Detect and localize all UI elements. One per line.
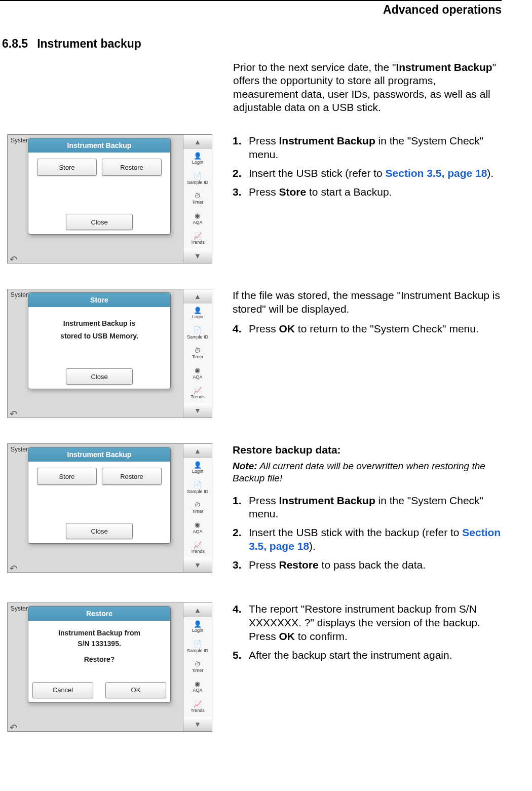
back-icon: ↶ bbox=[10, 563, 17, 573]
restore-step-3: Press Restore to pass back the data. bbox=[249, 558, 501, 572]
sidebar-item-sample-id[interactable]: 📄Sample ID bbox=[187, 481, 208, 494]
ok-button[interactable]: OK bbox=[105, 682, 166, 698]
restore-button[interactable]: Restore bbox=[102, 159, 162, 176]
user-icon: 👤 bbox=[192, 621, 203, 628]
close-button[interactable]: Close bbox=[66, 523, 133, 539]
dialog-title: Instrument Backup bbox=[28, 447, 170, 462]
restore-step-5: After the backup start the instrument ag… bbox=[249, 649, 501, 662]
intro-paragraph: Prior to the next service date, the "Ins… bbox=[233, 61, 502, 114]
screenshot-stored-message: System Checks ↶ Store Instrument Backup … bbox=[7, 289, 212, 418]
chart-icon: 📈 bbox=[191, 387, 205, 394]
sidebar-item-login[interactable]: 👤Login bbox=[192, 153, 203, 165]
circle-icon: ◉ bbox=[193, 681, 202, 688]
document-icon: 📄 bbox=[187, 327, 208, 334]
timer-icon: ⏱ bbox=[192, 661, 204, 668]
restore-button[interactable]: Restore bbox=[102, 468, 162, 485]
restore-msg-line-1: Instrument Backup from bbox=[32, 628, 166, 638]
restore-step-2: Insert the USB stick with the backup (re… bbox=[249, 526, 501, 553]
screenshot-backup-menu-restore: System Checks ↶ Instrument Backup Store … bbox=[7, 443, 212, 573]
scroll-up-icon[interactable]: ▲ bbox=[183, 135, 212, 149]
sidebar-item-aqa[interactable]: ◉AQA bbox=[193, 681, 202, 693]
sidebar-item-sample-id[interactable]: 📄Sample ID bbox=[187, 327, 208, 340]
sidebar-item-timer[interactable]: ⏱Timer bbox=[192, 661, 204, 673]
sidebar-item-timer[interactable]: ⏱Timer bbox=[192, 193, 204, 205]
sidebar-item-sample-id[interactable]: 📄Sample ID bbox=[187, 172, 208, 185]
sidebar-item-login[interactable]: 👤Login bbox=[192, 307, 203, 320]
link-section-3-5[interactable]: Section 3.5, page 18 bbox=[386, 167, 487, 179]
back-icon: ↶ bbox=[10, 254, 17, 263]
restore-note: Note: All current data will be overwritt… bbox=[233, 460, 501, 485]
message-line-1: Instrument Backup is bbox=[32, 317, 166, 330]
scroll-down-icon[interactable]: ▼ bbox=[183, 558, 212, 572]
sidebar-item-trends[interactable]: 📈Trends bbox=[191, 701, 205, 713]
sidebar: ▲ 👤Login 📄Sample ID ⏱Timer ◉AQA 📈Trends … bbox=[183, 603, 212, 731]
store-button[interactable]: Store bbox=[37, 468, 97, 485]
user-icon: 👤 bbox=[192, 462, 203, 469]
circle-icon: ◉ bbox=[193, 521, 202, 529]
scroll-up-icon[interactable]: ▲ bbox=[183, 444, 212, 458]
page-header: Advanced operations bbox=[0, 1, 502, 22]
stored-paragraph: If the file was stored, the message "Ins… bbox=[233, 289, 501, 316]
store-button[interactable]: Store bbox=[37, 159, 97, 176]
section-title: Instrument backup bbox=[37, 37, 141, 51]
user-icon: 👤 bbox=[192, 153, 203, 160]
step-4: Press OK to return to the "System Check"… bbox=[249, 322, 501, 336]
scroll-down-icon[interactable]: ▼ bbox=[183, 403, 212, 418]
sidebar-item-aqa[interactable]: ◉AQA bbox=[193, 212, 202, 225]
sidebar: ▲ 👤Login 📄Sample ID ⏱Timer ◉AQA 📈Trends … bbox=[183, 289, 212, 418]
section-number: 6.8.5 bbox=[2, 37, 28, 51]
close-button[interactable]: Close bbox=[66, 368, 133, 385]
section-heading: 6.8.5 Instrument backup bbox=[0, 37, 502, 51]
restore-heading: Restore backup data: bbox=[233, 443, 501, 457]
sidebar-item-trends[interactable]: 📈Trends bbox=[191, 542, 205, 554]
step-2: Insert the USB stick (refer to Section 3… bbox=[249, 167, 501, 180]
step-3: Press Store to start a Backup. bbox=[249, 185, 501, 199]
sidebar-item-timer[interactable]: ⏱Timer bbox=[192, 347, 204, 360]
screenshot-restore-confirm: System Checks ↶ Restore Instrument Backu… bbox=[7, 602, 212, 732]
screenshot-backup-menu: System Checks ↶ Instrument Backup Store … bbox=[7, 134, 212, 263]
circle-icon: ◉ bbox=[193, 367, 202, 374]
restore-msg-line-2: S/N 1331395. bbox=[32, 638, 166, 649]
sidebar-item-aqa[interactable]: ◉AQA bbox=[193, 521, 202, 534]
circle-icon: ◉ bbox=[193, 212, 202, 219]
sidebar-item-aqa[interactable]: ◉AQA bbox=[193, 367, 202, 380]
message-line-2: stored to USB Memory. bbox=[32, 330, 166, 343]
chart-icon: 📈 bbox=[191, 233, 205, 240]
timer-icon: ⏱ bbox=[192, 502, 204, 509]
document-icon: 📄 bbox=[187, 641, 208, 648]
timer-icon: ⏱ bbox=[192, 193, 204, 200]
dialog-title: Restore bbox=[28, 607, 170, 621]
scroll-down-icon[interactable]: ▼ bbox=[183, 717, 212, 731]
restore-msg-line-3: Restore? bbox=[32, 654, 166, 665]
scroll-up-icon[interactable]: ▲ bbox=[183, 603, 212, 617]
sidebar: ▲ 👤Login 📄Sample ID ⏱Timer ◉AQA 📈Trends … bbox=[183, 444, 212, 572]
restore-step-1: Press Instrument Backup in the "System C… bbox=[249, 494, 501, 521]
sidebar-item-trends[interactable]: 📈Trends bbox=[191, 387, 205, 400]
document-icon: 📄 bbox=[187, 172, 208, 179]
user-icon: 👤 bbox=[192, 307, 203, 314]
restore-step-4: The report "Restore instrument backup fr… bbox=[249, 602, 501, 644]
chart-icon: 📈 bbox=[191, 701, 205, 708]
sidebar-item-login[interactable]: 👤Login bbox=[192, 621, 203, 633]
dialog-title: Store bbox=[28, 293, 170, 307]
back-icon: ↶ bbox=[10, 408, 17, 418]
document-icon: 📄 bbox=[187, 481, 208, 488]
cancel-button[interactable]: Cancel bbox=[32, 682, 93, 698]
sidebar-item-login[interactable]: 👤Login bbox=[192, 462, 203, 474]
step-1: Press Instrument Backup in the "System C… bbox=[249, 134, 501, 162]
sidebar-item-sample-id[interactable]: 📄Sample ID bbox=[187, 641, 208, 653]
scroll-up-icon[interactable]: ▲ bbox=[183, 289, 212, 304]
chart-icon: 📈 bbox=[191, 542, 205, 549]
sidebar-item-trends[interactable]: 📈Trends bbox=[191, 233, 205, 245]
scroll-down-icon[interactable]: ▼ bbox=[183, 249, 212, 263]
sidebar-item-timer[interactable]: ⏱Timer bbox=[192, 502, 204, 514]
sidebar: ▲ 👤Login 📄Sample ID ⏱Timer ◉AQA 📈Trends … bbox=[183, 135, 212, 263]
back-icon: ↶ bbox=[10, 722, 17, 732]
dialog-title: Instrument Backup bbox=[28, 138, 170, 153]
close-button[interactable]: Close bbox=[66, 214, 133, 230]
timer-icon: ⏱ bbox=[192, 347, 204, 354]
